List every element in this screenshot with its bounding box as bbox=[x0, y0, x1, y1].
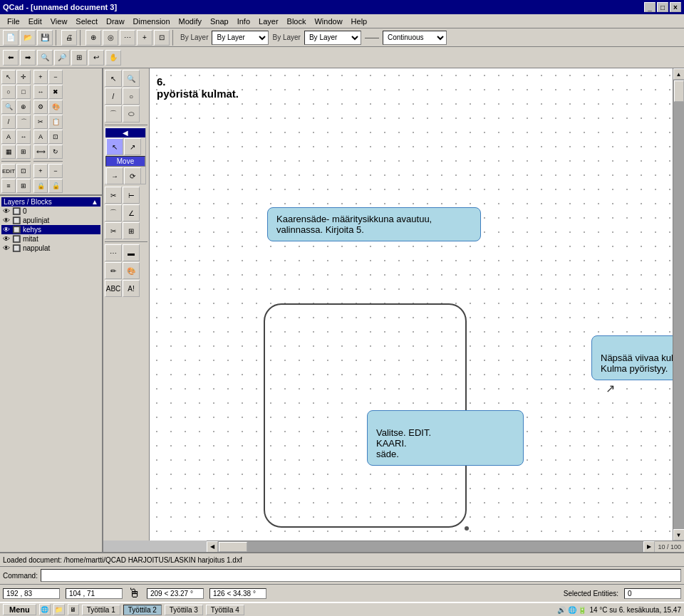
close-btn[interactable]: × bbox=[670, 2, 681, 12]
tool-edit[interactable]: EDIT bbox=[1, 164, 16, 178]
move-arrow[interactable]: ↗ bbox=[124, 138, 141, 155]
tool-dim[interactable]: ↔ bbox=[16, 130, 31, 144]
tool-hatch[interactable]: ▦ bbox=[1, 145, 16, 159]
layer-item-apulinjat[interactable]: 👁 🔲 apulinjat bbox=[1, 216, 100, 225]
menu-select[interactable]: Select bbox=[71, 16, 102, 26]
task-btn-2[interactable]: Työttila 2 bbox=[123, 605, 162, 615]
tool-plus[interactable]: + bbox=[33, 70, 48, 84]
zoom-out-btn[interactable]: 🔎 bbox=[54, 50, 70, 66]
taskbar-icon1[interactable]: 🌐 bbox=[39, 604, 51, 615]
tool-line[interactable]: / bbox=[1, 115, 16, 129]
linestyle-select[interactable]: Continuous bbox=[383, 31, 447, 45]
tool-layer-panel[interactable]: ≡ bbox=[1, 179, 16, 193]
drawing-canvas[interactable]: 6. pyöristä kulmat. Kaarensäde- määritys… bbox=[150, 68, 673, 541]
menu-modify[interactable]: Modify bbox=[175, 16, 206, 26]
tool-mirror[interactable]: ⟺ bbox=[33, 145, 48, 159]
tool-move2[interactable]: ↔ bbox=[33, 85, 48, 99]
print-btn[interactable]: 🖨 bbox=[61, 30, 77, 46]
minimize-btn[interactable]: _ bbox=[644, 2, 656, 12]
command-input[interactable] bbox=[41, 569, 681, 582]
menu-file[interactable]: File bbox=[3, 16, 24, 26]
tool-block-panel[interactable]: ⊞ bbox=[16, 179, 31, 193]
maximize-btn[interactable]: □ bbox=[657, 2, 668, 12]
tool-lock[interactable]: 🔒 bbox=[33, 179, 48, 193]
menu-help[interactable]: Help bbox=[347, 16, 372, 26]
tool-text[interactable]: A bbox=[1, 130, 16, 144]
menu-block[interactable]: Block bbox=[283, 16, 311, 26]
move-r1[interactable]: → bbox=[106, 167, 123, 184]
layer-vis-mitat[interactable]: 👁 bbox=[3, 235, 10, 243]
fwd-btn[interactable]: ➡ bbox=[20, 50, 36, 66]
tool-attr2[interactable]: A! bbox=[123, 280, 140, 297]
tool-plus2[interactable]: + bbox=[33, 164, 48, 178]
tool-pen[interactable]: ✏ bbox=[105, 262, 122, 279]
taskbar-icon3[interactable]: 🖥 bbox=[68, 604, 79, 615]
task-btn-3[interactable]: Työttila 3 bbox=[165, 605, 203, 615]
menu-dimension[interactable]: Dimension bbox=[129, 16, 175, 26]
tool-rotate[interactable]: ↻ bbox=[48, 145, 63, 159]
task-btn-1[interactable]: Työttila 1 bbox=[82, 605, 120, 615]
tool-pan[interactable]: ⊕ bbox=[16, 100, 31, 114]
tool-a2[interactable]: A bbox=[33, 130, 48, 144]
draw-circle[interactable]: ○ bbox=[123, 88, 140, 105]
layer-item-kehys[interactable]: 👁 🔲 kehys bbox=[1, 225, 100, 234]
layers-collapse[interactable]: ▲ bbox=[91, 198, 98, 206]
scroll-down-btn[interactable]: ▼ bbox=[673, 529, 685, 541]
new-btn[interactable]: 📄 bbox=[3, 30, 19, 46]
task-btn-4[interactable]: Työttila 4 bbox=[206, 605, 244, 615]
tool-circle[interactable]: ○ bbox=[1, 85, 16, 99]
scroll-left-btn[interactable]: ◀ bbox=[207, 541, 218, 553]
tool-extend[interactable]: ⊢ bbox=[123, 187, 140, 204]
tool-trim[interactable]: ✂ bbox=[105, 187, 122, 204]
zoom-in-btn[interactable]: 🔍 bbox=[37, 50, 53, 66]
tool-arc[interactable]: ⌒ bbox=[16, 115, 31, 129]
tool-crosshair[interactable]: ✛ bbox=[16, 70, 31, 84]
menu-draw[interactable]: Draw bbox=[102, 16, 129, 26]
menu-snap[interactable]: Snap bbox=[206, 16, 233, 26]
tool-solid[interactable]: ▬ bbox=[123, 244, 140, 261]
pen-layer-select[interactable]: By Layer bbox=[212, 31, 269, 45]
scroll-thumb-h[interactable] bbox=[219, 542, 247, 552]
draw-line[interactable]: / bbox=[105, 88, 122, 105]
layer-item-nappulat[interactable]: 👁 🔲 nappulat bbox=[1, 244, 100, 253]
tool-del[interactable]: ✖ bbox=[48, 85, 63, 99]
open-btn[interactable]: 📂 bbox=[20, 30, 36, 46]
zoom-prev-btn[interactable]: ↩ bbox=[88, 50, 104, 66]
save-btn[interactable]: 💾 bbox=[37, 30, 53, 46]
tool-chamfer[interactable]: ∠ bbox=[123, 204, 140, 221]
tool-minus2[interactable]: − bbox=[48, 164, 63, 178]
menu-edit[interactable]: Edit bbox=[24, 16, 46, 26]
scrollbar-vertical[interactable]: ▲ ▼ bbox=[673, 68, 684, 541]
scroll-track-v[interactable] bbox=[673, 80, 685, 529]
tool-attr[interactable]: ⊞ bbox=[16, 145, 31, 159]
layer-item-mitat[interactable]: 👁 🔲 mitat bbox=[1, 234, 100, 244]
scroll-track-h[interactable] bbox=[218, 541, 643, 553]
tool-cut[interactable]: ✂ bbox=[33, 115, 48, 129]
scroll-thumb-v[interactable] bbox=[674, 80, 684, 102]
snap-btn5[interactable]: ⊡ bbox=[154, 30, 170, 46]
start-button[interactable]: Menu bbox=[3, 604, 36, 615]
tool-fillet[interactable]: ⌒ bbox=[105, 204, 122, 221]
tool-rect[interactable]: □ bbox=[16, 85, 31, 99]
tool-unlock[interactable]: 🔓 bbox=[48, 179, 63, 193]
menu-info[interactable]: Info bbox=[233, 16, 254, 26]
layer-vis-0[interactable]: 👁 bbox=[3, 207, 10, 215]
color-layer-select[interactable]: By Layer bbox=[304, 31, 361, 45]
snap-btn1[interactable]: ⊕ bbox=[86, 30, 101, 46]
move-r2[interactable]: ⟳ bbox=[124, 167, 141, 184]
move-select[interactable]: ↖ bbox=[106, 138, 123, 155]
scroll-up-btn[interactable]: ▲ bbox=[673, 68, 685, 80]
layer-item-0[interactable]: 👁 🔲 0 bbox=[1, 207, 100, 216]
layer-vis-apulinjat[interactable]: 👁 bbox=[3, 216, 10, 224]
zoom-all-btn[interactable]: ⊞ bbox=[71, 50, 87, 66]
move-button[interactable]: Move bbox=[105, 156, 145, 167]
tool-minus[interactable]: − bbox=[48, 70, 63, 84]
tool-scale[interactable]: ⊡ bbox=[48, 130, 63, 144]
menu-layer[interactable]: Layer bbox=[254, 16, 283, 26]
tool-snap[interactable]: ⊡ bbox=[16, 164, 31, 178]
draw-select[interactable]: ↖ bbox=[105, 70, 122, 87]
scroll-right-btn[interactable]: ▶ bbox=[643, 541, 655, 553]
tool-fill[interactable]: 🎨 bbox=[123, 262, 140, 279]
layer-vis-nappulat[interactable]: 👁 bbox=[3, 244, 10, 252]
tool-cut2[interactable]: ✂ bbox=[105, 222, 122, 239]
